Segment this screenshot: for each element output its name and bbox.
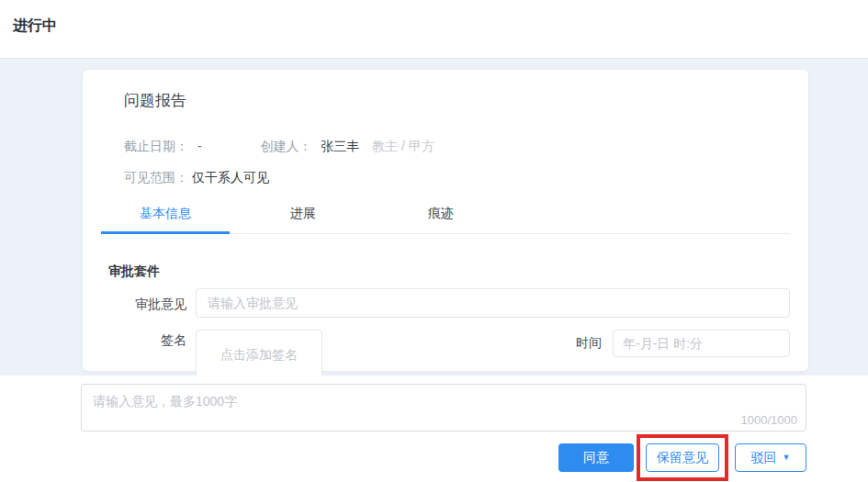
opinion-row: 审批意见 — [101, 288, 790, 318]
reject-button-label: 驳回 — [751, 450, 777, 466]
footer-bar: 1000/1000 同意 保留意见 驳回 ▼ — [0, 376, 868, 482]
comment-box-wrap: 1000/1000 — [81, 384, 806, 432]
deadline-value: - — [197, 139, 202, 153]
approval-card: 问题报告 截止日期： - 创建人： 张三丰 教主 / 甲方 可见范围： 仅干系人… — [83, 70, 808, 371]
main-area: 问题报告 截止日期： - 创建人： 张三丰 教主 / 甲方 可见范围： 仅干系人… — [0, 59, 868, 376]
visibility-label: 可见范围： — [124, 170, 188, 185]
comment-textarea[interactable] — [81, 384, 806, 432]
deadline-label: 截止日期： — [124, 139, 188, 153]
meta-row-deadline-creator: 截止日期： - 创建人： 张三丰 教主 / 甲方 — [124, 139, 790, 155]
time-group: 时间 — [576, 330, 790, 357]
meta-row-visibility: 可见范围： 仅干系人可见 — [124, 170, 790, 186]
page-title: 进行中 — [0, 0, 868, 36]
time-label: 时间 — [576, 335, 602, 352]
agree-button[interactable]: 同意 — [558, 443, 634, 472]
highlight-box: 保留意见 — [637, 434, 728, 481]
top-bar: 进行中 — [0, 0, 868, 59]
creator-role: 教主 / 甲方 — [372, 139, 434, 153]
tab-bar: 基本信息 进展 痕迹 — [101, 206, 790, 234]
reject-button[interactable]: 驳回 ▼ — [735, 443, 806, 472]
signature-placeholder-text: 点击添加签名 — [220, 347, 298, 364]
reserve-opinion-button[interactable]: 保留意见 — [646, 443, 719, 472]
signature-label: 签名 — [101, 330, 186, 349]
creator-label: 创建人： — [260, 139, 311, 153]
card-title: 问题报告 — [124, 90, 790, 111]
card-header: 问题报告 截止日期： - 创建人： 张三丰 教主 / 甲方 可见范围： 仅干系人… — [83, 70, 808, 186]
tab-progress[interactable]: 进展 — [239, 206, 367, 233]
creator-name: 张三丰 — [321, 139, 359, 153]
approval-form: 审批套件 审批意见 签名 点击添加签名 时间 — [83, 263, 808, 380]
visibility-value: 仅干系人可见 — [192, 170, 269, 185]
opinion-input[interactable] — [196, 288, 790, 318]
signature-add-box[interactable]: 点击添加签名 — [196, 330, 322, 380]
opinion-label: 审批意见 — [101, 288, 186, 313]
char-counter: 1000/1000 — [741, 413, 797, 427]
approval-suite-title: 审批套件 — [108, 263, 790, 280]
tab-basic-info[interactable]: 基本信息 — [101, 206, 230, 233]
time-input[interactable] — [613, 330, 790, 357]
action-buttons: 同意 保留意见 驳回 ▼ — [558, 434, 806, 481]
tab-traces[interactable]: 痕迹 — [377, 206, 505, 233]
chevron-down-icon: ▼ — [783, 454, 791, 462]
signature-row: 签名 点击添加签名 时间 — [101, 330, 790, 380]
